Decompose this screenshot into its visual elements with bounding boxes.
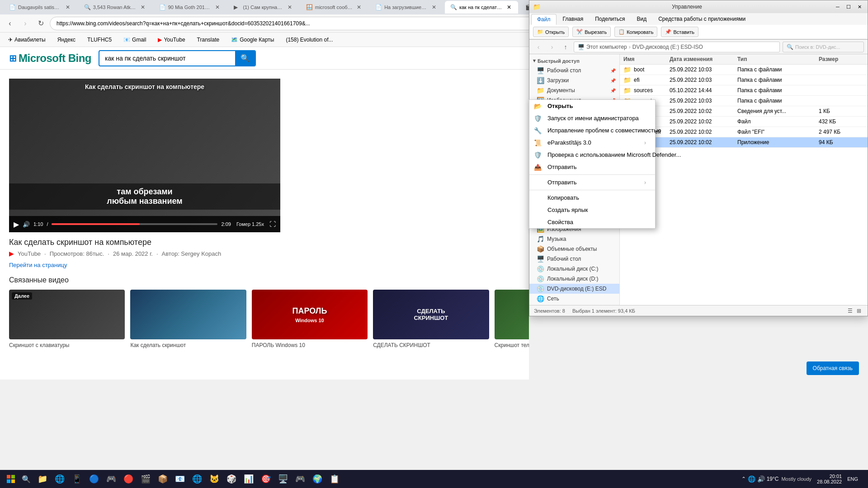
explorer-back-button[interactable]: ‹ [533,42,544,52]
sidebar-item-downloads[interactable]: ⬇️ Загрузки 📌 [529,75,619,85]
ctx-item-shortcut[interactable]: Создать ярлык [529,204,655,216]
ctx-item-compat[interactable]: 🔧 Исправление проблем с совместимостью [529,124,655,136]
address-bar[interactable] [50,17,592,30]
sidebar-item-3d-objects[interactable]: 📦 Объемные объекты [529,244,619,254]
large-icons-view-button[interactable]: ⊞ [855,307,863,315]
col-header-type[interactable]: Тип [737,56,819,62]
tab-5-close[interactable]: ✕ [355,4,363,11]
file-row-efi[interactable]: 📁 efi 25.09.2022 10:03 Папка с файлами [620,75,868,85]
details-view-button[interactable]: ☰ [846,307,854,315]
explorer-forward-button[interactable]: › [547,42,557,52]
related-card-1[interactable]: Далее Скриншот с клавиатуры [9,290,125,349]
sidebar-item-desktop-pc[interactable]: 🖥️ Рабочий стол [529,254,619,264]
file-row-bootmgr[interactable]: 📄 bootmgr 25.09.2022 10:02 Файл 432 КБ [620,117,868,127]
taskbar-app-maps[interactable]: 🌍 [309,471,326,487]
ribbon-btn-4[interactable]: 📌 Вставить [661,27,698,37]
video-progress-bar[interactable] [52,223,217,225]
related-card-4[interactable]: СДЕЛАТЬСКРИНШОТ СДЕЛАТЬ СКРИНШОТ [373,290,489,349]
file-row-setup[interactable]: ⚙️ setup 25.09.2022 10:02 Приложение 94 … [620,137,868,148]
ctx-item-copy[interactable]: Копировать [529,192,655,204]
explorer-minimize-button[interactable]: ─ [833,3,842,11]
fullscreen-icon[interactable]: ⛶ [269,221,276,228]
col-header-date[interactable]: Дата изменения [670,56,737,62]
sidebar-group-quick-access[interactable]: ▾ Быстрый доступ [529,56,619,66]
tab-4[interactable]: ▶ (1) Сам крупная вид... ✕ [228,1,298,14]
taskbar-app-netflix[interactable]: 🎬 [137,471,154,487]
bookmark-yandex[interactable]: Яндекс [54,36,79,44]
taskbar-app-amazon[interactable]: 📦 [155,471,171,487]
taskbar-app-discord[interactable]: 🎲 [223,471,240,487]
sidebar-item-disk-d2[interactable]: 💿 Локальный диск (D:) [529,274,619,284]
bookmark-google-maps[interactable]: 🗺️ Google Карты [227,36,278,44]
bookmark-evolution[interactable]: (158) Evolution of... [282,36,336,44]
bookmark-gmail[interactable]: 📧 Gmail [120,36,150,44]
tray-language[interactable]: ENG [847,476,858,482]
taskbar-app-target[interactable]: 🎯 [258,471,274,487]
ctx-item-send1[interactable]: 📤 Отправить [529,161,655,173]
tray-indicator-caret[interactable]: ⌃ [741,476,746,482]
taskbar-app-store[interactable]: 🔵 [86,471,102,487]
related-card-3[interactable]: ПАРОЛЬ Windows 10 ПАРОЛЬ Windows 10 [252,290,368,349]
tab-1-close[interactable]: ✕ [64,4,71,11]
tab-4-close[interactable]: ✕ [286,4,293,11]
address-path[interactable]: 🖥️ Этот компьютер › DVD-дисковод (E:) ES… [574,42,780,52]
file-row-boot[interactable]: 📁 boot 25.09.2022 10:03 Папка с файлами [620,65,868,75]
taskbar-app-monitor[interactable]: 🖥️ [275,471,291,487]
video-play-button[interactable]: ▶ [14,220,19,229]
volume-icon[interactable]: 🔊 [23,221,30,228]
tab-6-close[interactable]: ✕ [430,4,438,11]
col-header-name[interactable]: Имя [623,56,670,62]
ribbon-tab-view[interactable]: Вид [631,14,652,25]
tab-7-active[interactable]: 🔍 как на пк сделать скри... ✕ [445,1,518,14]
taskbar-app-file-explorer[interactable]: 📁 [34,471,51,487]
ctx-item-admin[interactable]: 🛡️ Запуск от имени администратора [529,112,655,124]
taskbar-app-excel[interactable]: 📊 [241,471,257,487]
taskbar-app-antivirus[interactable]: 🔴 [120,471,137,487]
back-button[interactable]: ‹ [4,17,16,30]
explorer-close-button[interactable]: ✕ [855,3,864,11]
bing-logo[interactable]: ⊞ Microsoft Bing [9,52,91,65]
tray-volume-icon[interactable]: 🔊 [757,475,765,483]
taskbar-clock[interactable]: 20:01 28.08.2022 [813,474,845,484]
explorer-up-button[interactable]: ↑ [560,42,571,52]
ribbon-tab-home[interactable]: Главная [557,14,589,25]
explorer-maximize-button[interactable]: ☐ [844,3,853,11]
sidebar-item-disk-c[interactable]: 💿 Локальный диск (C:) [529,264,619,274]
file-row-support[interactable]: 📁 support 25.09.2022 10:03 Папка с файла… [620,96,868,106]
taskbar-app-game[interactable]: 🎮 [103,471,119,487]
forward-button[interactable]: › [19,17,32,30]
taskbar-app-browser[interactable]: 🌐 [189,471,205,487]
ribbon-btn-2[interactable]: ✂️ Вырезать [572,27,611,37]
ribbon-tab-tools[interactable]: Средства работы с приложениями [653,14,751,25]
sidebar-item-desktop[interactable]: 🖥️ Рабочий стол 📌 [529,66,619,75]
tab-6[interactable]: 📄 На загрузившие актан... ✕ [370,1,443,14]
tab-5[interactable]: 🪟 microsoft сообщест... ✕ [301,1,368,14]
feedback-button[interactable]: Обратная связь [807,361,859,375]
file-row-sources[interactable]: 📁 sources 05.10.2022 14:44 Папка с файла… [620,85,868,96]
bookmark-translate[interactable]: Translate [193,36,223,44]
sidebar-item-network[interactable]: 🌐 Сеть [529,294,619,304]
sidebar-item-documents[interactable]: 📁 Документы 📌 [529,85,619,95]
tab-2-close[interactable]: ✕ [139,4,146,11]
video-player[interactable]: Как сделать скриншот на компьютере там о… [9,79,280,232]
taskbar-app-edge[interactable]: 🌐 [52,471,68,487]
bookmark-aviabilety[interactable]: ✈ Авиабилеты [5,36,49,44]
tab-2[interactable]: 🔍 3,543 Rowan Atkinson P... ✕ [79,1,152,14]
file-row-autorun[interactable]: 📄 autorun 25.09.2022 10:02 Сведения для … [620,106,868,117]
ctx-item-properties[interactable]: Свойства [529,216,655,228]
tab-3-close[interactable]: ✕ [214,4,221,11]
tray-network-icon[interactable]: 🌐 [748,475,755,483]
ctx-item-eparakstitajs[interactable]: 📜 eParakstītājs 3.0 › [529,136,655,149]
taskbar-app-outlook[interactable]: 📧 [172,471,188,487]
col-header-size[interactable]: Размер [819,56,864,62]
ctx-item-defender[interactable]: 🛡️ Проверка с использованием Microsoft D… [529,149,655,161]
sidebar-item-dvd[interactable]: 💿 DVD-дисковод (E:) ESD [529,284,619,294]
ctx-item-send2[interactable]: Отправить › [529,176,655,188]
start-button[interactable] [4,472,18,486]
taskbar-app-messages[interactable]: 📱 [69,471,85,487]
video-channel[interactable]: YouTube [18,250,41,257]
related-card-2[interactable]: Как сделать скриншот [130,290,246,349]
bing-search-button[interactable]: 🔍 [235,51,255,66]
taskbar-app-clipboard[interactable]: 📋 [326,471,343,487]
taskbar-app-github[interactable]: 🐱 [206,471,222,487]
